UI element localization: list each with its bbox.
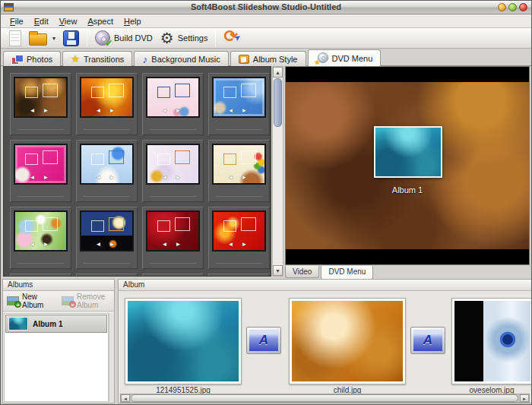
scrollbar-thumb[interactable] [274, 78, 282, 127]
remove-album-button[interactable]: × Remove Album [59, 291, 112, 311]
template-arrows-icon: ◄ ► [214, 241, 264, 248]
template-arrows-icon: ◄ ► [81, 107, 132, 114]
cross-icon: × [69, 301, 76, 308]
window-controls [498, 3, 527, 11]
scroll-right-icon[interactable]: ► [520, 394, 529, 402]
photo-thumbnail [454, 301, 530, 381]
dvd-menu-template-grid: ◄ ► ◄ ► ◄ ► ◄ ► ◄ ► ◄ ► ◄ ► ◄ ► ◄ ► ◄ ► [3, 66, 271, 277]
dvd-menu-template-blue-gifts[interactable]: ◄ ► [208, 73, 270, 135]
dvd-menu-template-dark-red[interactable]: ◄ ► [142, 207, 204, 269]
preview-album-thumbnail[interactable] [374, 126, 442, 178]
template-arrows-icon: ◄ ► [15, 241, 66, 248]
open-project-button[interactable]: ▾ [25, 29, 59, 48]
toolbar-separator [87, 30, 87, 46]
template-arrows-icon: ◄ ► [81, 241, 132, 248]
new-album-button[interactable]: + New Album [5, 291, 58, 311]
template-arrows-icon: ◄ ► [15, 107, 66, 114]
transition-icon[interactable]: A [246, 327, 281, 354]
new-document-icon [9, 30, 21, 46]
photo-item-3[interactable] [451, 298, 532, 384]
albums-panel: Albums + New Album × Remove Album Album … [2, 279, 115, 403]
reload-cursor-icon: ⟳ ➤ [223, 29, 242, 47]
menu-file[interactable]: File [5, 16, 28, 27]
album-thumbnail [8, 317, 28, 331]
albums-scrollbar-track[interactable] [109, 313, 114, 402]
menu-edit[interactable]: Edit [30, 16, 53, 27]
scroll-left-icon[interactable]: ◄ [121, 394, 130, 402]
main-tab-bar: Photos ★ Transitions ♪ Background Music … [1, 49, 531, 66]
albums-panel-header: Albums [3, 280, 114, 291]
preview-album-label: Album 1 [286, 185, 529, 195]
dvd-menu-template-magenta-teddy[interactable]: ◄ ► [10, 140, 71, 202]
dvd-menu-template-cartoon-party[interactable]: ◄ ► [10, 207, 71, 269]
plus-icon: + [14, 301, 21, 308]
tab-album-style[interactable]: Album Style [230, 51, 306, 66]
photos-icon [11, 55, 23, 64]
transition-icon[interactable]: A [410, 327, 445, 354]
minimize-button[interactable] [498, 3, 506, 11]
albums-list: Album 1 [4, 313, 109, 402]
album-scrollbar[interactable]: ◄ ► [120, 394, 530, 403]
menu-view[interactable]: View [55, 16, 82, 27]
new-project-button[interactable] [5, 29, 25, 48]
dvd-menu-template-partial[interactable] [142, 274, 204, 277]
remove-album-icon: × [62, 296, 74, 305]
toolbar: ▾ ✔ Build DVD ⚙ Settings ⟳ ➤ [1, 28, 531, 49]
template-arrows-icon: ◄ ► [214, 174, 264, 181]
check-icon: ✔ [105, 38, 112, 49]
dvd-menu-template-blue-balloon-cake[interactable]: ◄ ► [76, 140, 138, 202]
template-arrows-icon: ◄ ► [147, 107, 198, 114]
tab-transitions[interactable]: ★ Transitions [62, 51, 132, 66]
scrollbar-thumb[interactable] [131, 394, 518, 402]
tab-background-music[interactable]: ♪ Background Music [134, 51, 229, 66]
tab-dvd-menu[interactable]: ★ DVD Menu [308, 49, 382, 66]
dvd-menu-template-cream-balloons[interactable]: ◄ ► [208, 140, 270, 202]
template-arrows-icon: ◄ ► [15, 174, 66, 181]
settings-button[interactable]: ⚙ Settings [157, 29, 212, 48]
build-dvd-label: Build DVD [114, 33, 153, 43]
dvd-menu-template-halloween-night[interactable]: ◄ ► [76, 207, 138, 269]
tab-photos[interactable]: Photos [3, 51, 61, 66]
gear-icon: ⚙ [160, 30, 174, 46]
build-dvd-button[interactable]: ✔ Build DVD [91, 29, 157, 48]
maximize-button[interactable] [508, 3, 517, 11]
open-dropdown-icon[interactable]: ▾ [52, 35, 55, 42]
save-project-button[interactable] [59, 29, 83, 48]
scroll-up-icon[interactable]: ▲ [273, 67, 283, 78]
settings-label: Settings [178, 33, 208, 43]
dvd-menu-template-partial[interactable] [10, 274, 71, 277]
window-title: Soft4Boost Slideshow Studio-Untitled [1, 1, 531, 14]
menu-help[interactable]: Help [119, 16, 146, 27]
star-icon: ★ [71, 53, 80, 65]
album-style-icon [239, 55, 249, 64]
dvd-menu-template-autumn-leaves[interactable]: ◄ ► [10, 73, 71, 135]
template-arrows-icon: ◄ ► [147, 174, 198, 181]
refresh-preview-button[interactable]: ⟳ ➤ [220, 29, 245, 48]
title-bar: Soft4Boost Slideshow Studio-Untitled [1, 1, 531, 14]
photo-item-1[interactable] [125, 298, 242, 384]
menu-aspect[interactable]: Aspect [83, 16, 118, 27]
album-list-item-selected[interactable]: Album 1 [5, 315, 107, 333]
scroll-down-icon[interactable]: ▼ [273, 265, 283, 276]
album-panel-header: Album [119, 280, 531, 291]
dvd-menu-preview: Album 1 [285, 66, 530, 265]
close-button[interactable] [519, 3, 527, 11]
dvd-menu-template-pastel-gift[interactable]: ◄ ► [142, 140, 204, 202]
photo-item-2[interactable] [289, 298, 406, 384]
open-folder-icon [29, 33, 47, 46]
dvd-menu-template-pink-baby[interactable]: ◄ ► [142, 73, 204, 135]
photo-thumbnail [292, 301, 403, 381]
dvd-menu-template-partial[interactable] [76, 274, 138, 277]
preview-tab-bar: Video DVD Menu [285, 266, 373, 280]
dvd-menu-template-red-fire[interactable]: ◄ ► [208, 207, 270, 269]
photo-thumbnail [128, 301, 239, 381]
save-floppy-icon [63, 30, 79, 46]
dvd-disc-icon: ★ [316, 52, 328, 64]
dvd-menu-template-fire-leaves[interactable]: ◄ ► [76, 73, 138, 135]
tab-dvd-menu-preview[interactable]: DVD Menu [321, 266, 373, 280]
templates-scrollbar[interactable]: ▲ ▼ [272, 66, 283, 277]
tab-video[interactable]: Video [285, 266, 319, 278]
dvd-menu-template-partial[interactable] [208, 274, 270, 277]
new-album-icon: + [7, 296, 19, 305]
template-arrows-icon: ◄ ► [81, 174, 132, 181]
